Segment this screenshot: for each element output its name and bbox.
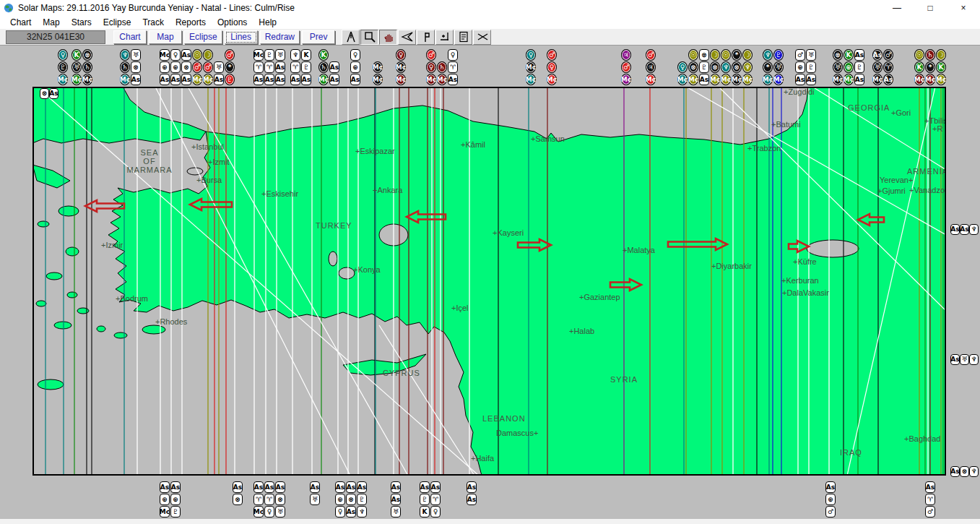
close-button[interactable]: ×	[947, 0, 980, 15]
planet-badge: ♆	[290, 49, 300, 61]
planet-badge: As	[131, 74, 141, 85]
marker-column: As♈♂	[925, 481, 935, 517]
bottom-line-marker-group: As⊕McAs⊕♇	[160, 481, 181, 517]
planet-badge: As	[699, 74, 709, 85]
toolbar-button-chart[interactable]: Chart	[113, 30, 147, 44]
planet-badge: As	[825, 481, 836, 493]
planet-badge: As	[806, 74, 816, 85]
region-label: TURKEY	[316, 221, 352, 230]
planet-badge: Mc	[396, 74, 406, 85]
marker-column: ☉KMc	[914, 48, 924, 85]
crosshair-plot-tool-icon[interactable]	[435, 30, 454, 45]
top-line-marker-group: ♀⊕As	[350, 48, 360, 85]
menu-options[interactable]: Options	[212, 16, 253, 29]
zoom-tool-icon[interactable]	[360, 30, 378, 45]
city-label: +Küfre	[793, 257, 817, 266]
planet-badge: ♇	[225, 74, 235, 85]
marker-column: ♀Mc	[677, 48, 688, 85]
marker-column: As♅Mc	[872, 48, 883, 85]
planet-badge: Mc	[203, 74, 213, 85]
planet-badge: K	[301, 49, 311, 61]
menu-reports[interactable]: Reports	[170, 16, 212, 29]
marker-column: As♈Mc	[253, 481, 264, 517]
planet-badge: ♂	[825, 506, 836, 517]
planet-badge: ♆	[969, 354, 979, 365]
toolbar-button-prev[interactable]: Prev	[302, 30, 335, 44]
planet-badge: Mc	[192, 74, 202, 85]
planet-badge: As	[181, 49, 191, 61]
planet-badge: Mc	[688, 74, 698, 85]
planet-badge: Mc	[925, 74, 935, 85]
planet-badge: K	[914, 61, 924, 73]
planet-badge: ⊗	[275, 494, 285, 505]
city-label: +Rhodes	[155, 317, 188, 326]
planet-badge: ⊗	[688, 61, 698, 73]
planet-badge: Mc	[732, 74, 742, 85]
marker-column: Mc♈As	[253, 48, 264, 85]
pan-hand-tool-icon[interactable]	[379, 30, 397, 45]
maximize-button[interactable]: □	[914, 0, 947, 15]
marker-column: ♂♀Mc	[426, 48, 436, 85]
planet-badge: Mc	[426, 74, 436, 85]
window-title: Solar Maps: 29.11.2016 Yay Burcunda Yeni…	[18, 3, 295, 13]
menu-map[interactable]: Map	[37, 16, 65, 29]
minimize-button[interactable]: —	[880, 0, 914, 15]
info-report-tool-icon[interactable]	[454, 30, 472, 45]
lines-toggle-tool-icon[interactable]	[473, 30, 491, 45]
astro-map[interactable]: +Istanbul+Izmit+Bursa+Eskisehir+Eskipaza…	[32, 87, 946, 476]
marker-column: As⊕Mc	[160, 481, 170, 517]
planet-badge: ♅	[960, 354, 969, 365]
toolbar-button-eclipse[interactable]: Eclipse	[184, 30, 222, 44]
planet-badge: ♈	[264, 61, 274, 73]
bottom-line-marker-group: As⊕♂	[825, 481, 836, 517]
city-label: +Gori	[891, 108, 911, 117]
city-label: +Içel	[451, 304, 469, 312]
marker-column: ☉♆Mc	[721, 48, 731, 85]
planet-badge: As	[329, 74, 339, 85]
marker-column: ⊗♇As	[699, 48, 709, 85]
bottom-line-marker-group: As♈McAs♈♀As⊗♅	[253, 481, 285, 517]
marker-column: ♀McMc	[396, 48, 406, 85]
planet-badge: As	[170, 481, 181, 493]
travel-plane-tool-icon[interactable]	[398, 30, 416, 45]
city-label: +Samsun	[531, 134, 565, 143]
planet-badge: Mc	[742, 74, 753, 85]
marker-column: ☽KMc	[936, 48, 946, 85]
planet-badge: ♇	[58, 61, 68, 73]
planet-badge: ⊗	[181, 61, 191, 73]
planet-badge: ♀	[58, 49, 68, 61]
marker-column: K♅Mc	[71, 48, 82, 85]
compass-tool-icon[interactable]	[342, 30, 360, 45]
planet-badge: ⊗	[960, 466, 969, 477]
planet-badge: ♀	[426, 61, 436, 73]
planet-badge: As	[350, 74, 360, 85]
menu-stars[interactable]: Stars	[66, 16, 97, 29]
city-label: +Malatya	[623, 246, 656, 254]
planet-badge: ♇	[301, 61, 311, 73]
marker-column: Mc⊕As	[160, 48, 170, 85]
menu-chart[interactable]: Chart	[4, 16, 37, 29]
toolbar-button-lines[interactable]: Lines	[225, 30, 258, 44]
menu-eclipse[interactable]: Eclipse	[97, 16, 137, 29]
toolbar-button-map[interactable]: Map	[149, 30, 182, 44]
toolbar-button-redraw[interactable]: Redraw	[260, 30, 300, 44]
flag-marker-tool-icon[interactable]	[417, 30, 435, 45]
menu-help[interactable]: Help	[253, 16, 282, 29]
city-label: +Batumi	[771, 120, 801, 129]
city-label: +Izmir	[101, 241, 123, 249]
planet-badge: Mc	[621, 74, 631, 85]
city-label: +R	[932, 124, 942, 133]
toolbar-icon-buttons	[341, 30, 491, 45]
top-line-marker-group: ♂♃Mc	[646, 48, 656, 85]
planet-badge: Mc	[318, 74, 329, 85]
region-label: IRAQ	[840, 448, 862, 457]
top-line-marker-group: Mc⊕As♀⊕AsAs⊗As☉♂Mc☽♂Mc♅As♂*♇	[160, 48, 235, 85]
planet-badge: *	[763, 61, 773, 73]
marker-column: McMc	[373, 48, 383, 85]
menu-track[interactable]: Track	[136, 16, 170, 29]
city-label: +Eskipazar	[355, 147, 395, 155]
city-label: +Kayseri	[493, 228, 524, 237]
planet-badge: ♀	[350, 49, 360, 61]
planet-badge: ♈	[448, 61, 458, 73]
marker-column: K♄Mc	[318, 48, 329, 85]
